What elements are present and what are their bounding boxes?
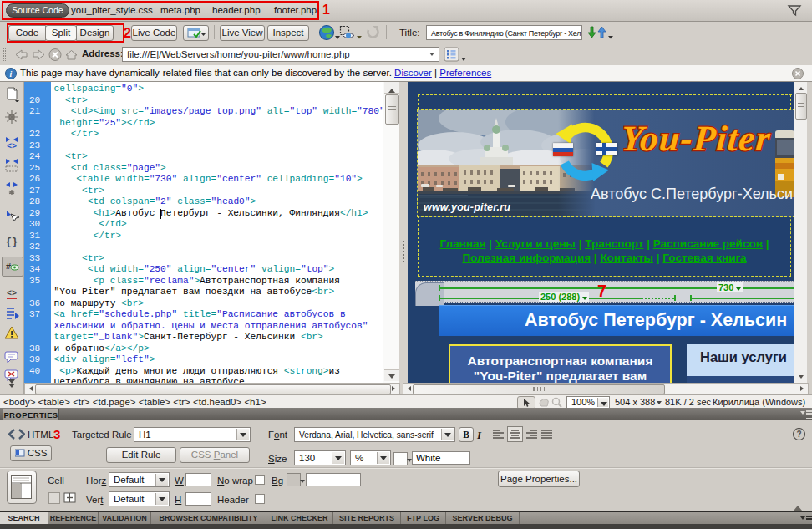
svg-text:<>: <> [7, 142, 17, 150]
svg-text:You-Piter: You-Piter [623, 119, 773, 158]
svg-text:<>: <> [7, 289, 17, 298]
svg-text:{}: {} [6, 237, 18, 248]
svg-text:?: ? [796, 430, 801, 439]
svg-text:i: i [10, 69, 13, 79]
